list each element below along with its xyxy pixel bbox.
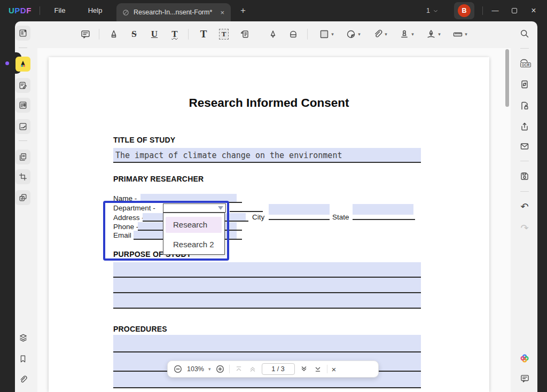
department-dropdown-list: Research Research 2 <box>163 213 225 255</box>
close-toolbar-button[interactable]: × <box>332 365 337 373</box>
field-underline <box>230 211 263 212</box>
maximize-button[interactable] <box>506 4 522 17</box>
sidebar-item-sign[interactable] <box>15 119 30 134</box>
chevron-down-icon: ▾ <box>331 32 334 37</box>
logo-letter: F <box>26 6 32 15</box>
feedback-comment-button[interactable] <box>517 371 532 386</box>
form-document-icon <box>18 100 28 110</box>
highlight-tool-button[interactable] <box>105 26 122 42</box>
search-button[interactable] <box>517 26 532 41</box>
pages-icon <box>18 152 28 162</box>
eraser-tool-button[interactable] <box>285 26 302 42</box>
minimize-button[interactable]: — <box>487 4 503 17</box>
sidebar-item-crop[interactable] <box>15 169 30 184</box>
city-field[interactable] <box>269 204 330 215</box>
section-heading-procedures: PROCEDURES <box>113 325 167 333</box>
sidebar-divider <box>520 191 529 192</box>
signature-pen-icon <box>426 29 436 40</box>
pencil-tool-button[interactable] <box>264 26 282 42</box>
zoom-dropdown-caret-icon[interactable]: ▾ <box>208 367 211 372</box>
search-icon <box>519 28 530 39</box>
section-heading-title-of-study: TITLE OF STUDY <box>113 136 175 144</box>
ai-assistant-button[interactable] <box>517 351 532 366</box>
sidebar-item-forms[interactable] <box>15 98 30 113</box>
share-button[interactable] <box>517 119 532 134</box>
tab-close-icon[interactable]: × <box>219 9 225 17</box>
sidebar-item-convert[interactable] <box>15 190 30 205</box>
strikethrough-tool-button[interactable]: S <box>126 26 143 42</box>
zoom-out-button[interactable] <box>173 364 183 374</box>
attachment-tool-button[interactable]: ▾ <box>368 26 392 42</box>
email-button[interactable] <box>517 139 532 154</box>
last-page-button[interactable] <box>313 364 323 374</box>
comment-pen-icon <box>18 59 28 69</box>
redo-icon: ↷ <box>520 223 528 233</box>
chevron-down-icon <box>433 8 439 14</box>
titlebar-divider <box>40 6 40 15</box>
procedures-field-row[interactable] <box>113 335 421 352</box>
underline-icon: U <box>151 29 158 40</box>
sticker-tool-button[interactable]: ▾ <box>341 26 365 42</box>
close-button[interactable]: × <box>526 4 542 17</box>
share-icon <box>519 121 530 132</box>
mail-icon <box>519 141 530 152</box>
menu-file[interactable]: File <box>48 0 72 21</box>
squiggly-underline-tool-button[interactable]: T <box>166 26 183 42</box>
zoom-level[interactable]: 103% <box>187 365 204 373</box>
city-label: City <box>252 213 264 221</box>
purpose-field-row[interactable] <box>113 262 421 278</box>
sidebar-item-bookmarks[interactable] <box>15 351 30 366</box>
titlebar: UPDF File Help Research-In...nsent-Form*… <box>0 0 547 21</box>
ruler-icon <box>452 29 463 40</box>
sign-document-icon <box>18 122 28 131</box>
sidebar-divider <box>520 161 529 161</box>
vertical-scrollbar[interactable] <box>505 49 509 107</box>
text-box-tool-button[interactable]: T <box>215 26 232 42</box>
dropdown-option-research[interactable]: Research <box>166 217 222 233</box>
sidebar-item-reader[interactable] <box>15 26 30 41</box>
sidebar-item-attachments[interactable] <box>15 372 30 387</box>
sidebar-item-edit[interactable] <box>15 78 30 93</box>
menu-help[interactable]: Help <box>83 0 107 21</box>
sidebar-item-layers[interactable] <box>15 330 30 345</box>
squiggly-underline-icon: T <box>171 29 177 40</box>
measure-tool-button[interactable]: ▾ <box>448 26 472 42</box>
window-count-dropdown[interactable]: 1 <box>426 5 439 16</box>
sidebar-item-comment[interactable] <box>15 57 30 72</box>
text-tool-button[interactable]: T <box>195 26 212 42</box>
sidebar-item-organize-pages[interactable] <box>15 150 30 164</box>
save-button[interactable] <box>517 169 532 184</box>
page-navigation-toolbar: 103% ▾ 1 / 3 × <box>167 360 379 378</box>
purpose-field-row[interactable] <box>113 293 421 309</box>
new-tab-button[interactable]: + <box>237 5 249 17</box>
redo-button[interactable]: ↷ <box>517 221 532 236</box>
ocr-button[interactable]: OCR <box>517 56 532 70</box>
logo-letter: U <box>9 6 14 15</box>
comment-tool-button[interactable] <box>77 26 94 42</box>
next-page-button[interactable] <box>299 364 309 374</box>
previous-page-button[interactable] <box>248 364 257 374</box>
comment-bubble-icon <box>520 373 530 383</box>
account-button[interactable]: B <box>454 2 474 19</box>
purpose-field-row[interactable] <box>113 278 421 293</box>
page-indicator-input[interactable]: 1 / 3 <box>262 363 295 375</box>
chevron-down-icon: ▾ <box>358 32 361 37</box>
toolbar-divider <box>327 365 327 373</box>
toolbar-divider <box>188 29 189 40</box>
underline-tool-button[interactable]: U <box>146 26 163 42</box>
protect-document-button[interactable] <box>517 98 532 113</box>
first-page-button[interactable] <box>234 364 244 374</box>
state-field[interactable] <box>353 204 413 215</box>
signature-tool-button[interactable]: ▾ <box>421 26 446 42</box>
convert-document-button[interactable] <box>517 77 532 92</box>
zoom-in-button[interactable] <box>215 364 225 374</box>
chevron-down-icon: ▾ <box>438 32 441 37</box>
dropdown-option-research-2[interactable]: Research 2 <box>166 237 222 253</box>
undo-button[interactable]: ↶ <box>517 199 532 214</box>
toolbar-divider <box>229 365 230 373</box>
callout-tool-button[interactable] <box>236 26 253 42</box>
document-tab[interactable]: Research-In...nsent-Form* × <box>116 3 231 21</box>
stamp-tool-button[interactable]: ▾ <box>394 26 419 42</box>
rectangle-shape-icon <box>319 29 330 40</box>
shapes-tool-button[interactable]: ▾ <box>314 26 339 42</box>
